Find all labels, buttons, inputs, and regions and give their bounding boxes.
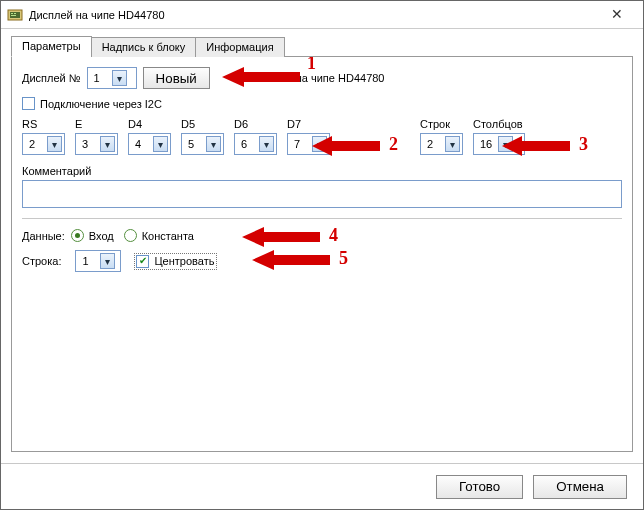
i2c-label: Подключение через I2C [40,98,162,110]
pin-e: E 3 ▾ [75,118,118,155]
checkbox-icon: ✔ [136,255,149,268]
svg-marker-5 [222,67,300,87]
pin-e-value: 3 [82,138,100,150]
row-line: Строка: 1 ▾ ✔ Центровать 5 [22,250,622,272]
pin-e-select[interactable]: 3 ▾ [75,133,118,155]
pin-d5-value: 5 [188,138,206,150]
tab-block-caption[interactable]: Надпись к блоку [91,37,197,57]
i2c-checkbox[interactable]: Подключение через I2C [22,97,162,110]
chevron-down-icon: ▾ [100,253,115,269]
chevron-down-icon: ▾ [112,70,127,86]
svg-rect-2 [11,13,13,14]
pin-d5-select[interactable]: 5 ▾ [181,133,224,155]
row-label: Строка: [22,255,61,267]
svg-marker-8 [242,227,320,247]
rows-value: 2 [427,138,445,150]
window-title: Дисплей на чипе HD44780 [29,9,597,21]
pin-e-label: E [75,118,118,130]
data-label: Данные: [22,230,65,242]
ok-button[interactable]: Готово [436,475,523,499]
chevron-down-icon: ▾ [259,136,274,152]
radio-input-label: Вход [89,230,114,242]
chevron-down-icon: ▾ [206,136,221,152]
rows-select[interactable]: 2 ▾ [420,133,463,155]
svg-rect-4 [11,15,16,16]
pin-d5-label: D5 [181,118,224,130]
annotation-5: 5 [252,248,332,272]
row-display-no: Дисплей № 1 ▾ Новый на чипе HD44780 1 [22,67,622,89]
row-pins: RS 2 ▾ E 3 ▾ D4 4 ▾ [22,118,622,155]
annotation-1: 1 [222,65,302,89]
divider [22,218,622,219]
client-area: Параметры Надпись к блоку Информация Дис… [1,29,643,461]
rows-label: Строк [420,118,463,130]
chevron-down-icon: ▾ [100,136,115,152]
chevron-down-icon: ▾ [47,136,62,152]
chevron-down-icon: ▾ [153,136,168,152]
pin-rs-label: RS [22,118,65,130]
pin-d7-value: 7 [294,138,312,150]
center-checkbox[interactable]: ✔ Центровать [135,254,216,269]
radio-constant-label: Константа [142,230,194,242]
chevron-down-icon: ▾ [312,136,327,152]
chevron-down-icon: ▾ [498,136,513,152]
display-no-label: Дисплей № [22,72,81,84]
tab-parameters[interactable]: Параметры [11,36,92,57]
pin-rs-value: 2 [29,138,47,150]
radio-input[interactable]: Вход [71,229,114,242]
columns-col: Столбцов 16 ▾ [473,118,525,155]
dialog-footer: Готово Отмена [1,463,643,509]
columns-label: Столбцов [473,118,525,130]
comment-label: Комментарий [22,165,622,177]
window-close-button[interactable]: ✕ [597,5,637,25]
pin-d7-label: D7 [287,118,330,130]
pin-d6-value: 6 [241,138,259,150]
pin-d7-select[interactable]: 7 ▾ [287,133,330,155]
svg-marker-9 [252,250,330,270]
pin-rs-select[interactable]: 2 ▾ [22,133,65,155]
svg-rect-3 [14,13,16,14]
checkbox-icon [22,97,35,110]
pin-d5: D5 5 ▾ [181,118,224,155]
rows-col: Строк 2 ▾ [420,118,463,155]
radio-icon [124,229,137,242]
pin-d6-label: D6 [234,118,277,130]
display-no-select[interactable]: 1 ▾ [87,67,137,89]
pin-d7: D7 7 ▾ [287,118,330,155]
pin-d4-value: 4 [135,138,153,150]
chevron-down-icon: ▾ [445,136,460,152]
pin-d6-select[interactable]: 6 ▾ [234,133,277,155]
center-label: Центровать [154,255,214,267]
row-select[interactable]: 1 ▾ [75,250,121,272]
row-data: Данные: Вход Константа 4 [22,229,622,242]
annotation-4: 4 [242,225,322,249]
pin-d6: D6 6 ▾ [234,118,277,155]
pin-d4-label: D4 [128,118,171,130]
pin-rs: RS 2 ▾ [22,118,65,155]
new-button[interactable]: Новый [143,67,210,89]
tab-strip: Параметры Надпись к блоку Информация [11,35,633,56]
row-value: 1 [82,255,100,267]
row-i2c: Подключение через I2C [22,97,622,110]
radio-constant[interactable]: Константа [124,229,194,242]
comment-input[interactable] [22,180,622,208]
columns-select[interactable]: 16 ▾ [473,133,525,155]
pin-d4: D4 4 ▾ [128,118,171,155]
columns-value: 16 [480,138,498,150]
tab-panel-parameters: Дисплей № 1 ▾ Новый на чипе HD44780 1 По… [11,56,633,452]
app-icon [7,7,23,23]
cancel-button[interactable]: Отмена [533,475,627,499]
tab-info[interactable]: Информация [195,37,284,57]
display-no-value: 1 [94,72,112,84]
pin-d4-select[interactable]: 4 ▾ [128,133,171,155]
radio-icon [71,229,84,242]
titlebar: Дисплей на чипе HD44780 ✕ [1,1,643,29]
template-text: на чипе HD44780 [296,72,385,84]
